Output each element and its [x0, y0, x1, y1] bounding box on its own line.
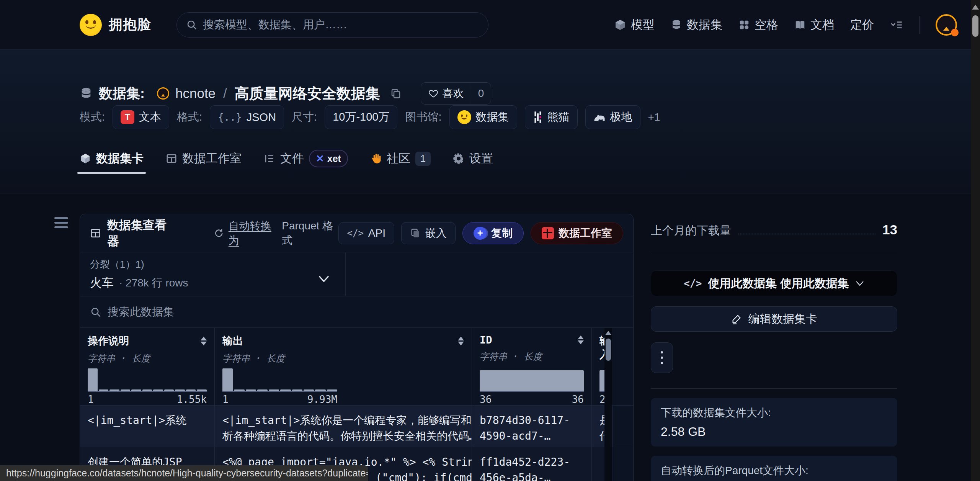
- huggingface-logo-icon[interactable]: [80, 14, 102, 36]
- cell-instruction[interactable]: <|im_start|>系统: [80, 406, 215, 447]
- like-button[interactable]: 喜欢 0: [421, 82, 492, 105]
- copy-name-icon[interactable]: [390, 88, 402, 99]
- dotted-leader: [738, 224, 875, 234]
- toc-hamburger-icon[interactable]: [54, 217, 68, 231]
- nav-more-menu[interactable]: [890, 19, 903, 31]
- owner-link[interactable]: hcnote: [175, 86, 216, 101]
- nav-item-datasets[interactable]: 数据集: [671, 17, 722, 33]
- nav-label: 空格: [755, 17, 778, 33]
- downloads-label: 上个月的下载量: [651, 223, 731, 239]
- dataset-header: 数据集: hcnote / 高质量网络安全数据集 喜欢 0 模式: T 文本 格…: [0, 50, 980, 193]
- nav-item-models[interactable]: 模型: [614, 17, 655, 33]
- more-options-button[interactable]: [651, 342, 673, 373]
- code-icon: </>: [684, 278, 702, 289]
- browser-link-preview: https://huggingface.co/datasets/hcnote/H…: [0, 465, 368, 481]
- huggingface-dataset-page: 拥抱脸 模型 数据集 空格 文档 定价: [0, 0, 980, 481]
- scrollbar-thumb[interactable]: [606, 339, 611, 361]
- dataset-search-input[interactable]: [108, 306, 623, 318]
- brand-name[interactable]: 拥抱脸: [109, 15, 151, 34]
- dataset-kind-label: 数据集:: [99, 84, 145, 103]
- tab-label: 社区: [387, 151, 410, 167]
- scroll-up-arrow[interactable]: [972, 5, 979, 10]
- more-libraries[interactable]: +1: [648, 111, 660, 123]
- data-table: 操作说明 字符串 · 长度 输出 字符串 · 长度 ID 字符串 · 长度 输入…: [80, 328, 633, 481]
- data-studio-button[interactable]: 数据工作室: [531, 222, 623, 244]
- sort-icon[interactable]: [458, 337, 464, 345]
- viewer-header: 数据集查看器 自动转换为 Parquet 格式 </> API 嵌入: [80, 214, 633, 252]
- tab-dataset-card[interactable]: 数据集卡: [80, 143, 144, 174]
- dataset-search[interactable]: [80, 296, 633, 328]
- global-search-input[interactable]: [203, 18, 479, 31]
- tab-settings[interactable]: 设置: [453, 143, 493, 174]
- column-header-id[interactable]: ID 字符串 · 长度: [472, 328, 592, 366]
- table-icon: [166, 153, 177, 164]
- chip-label: 10万-100万: [333, 110, 389, 125]
- sort-icon[interactable]: [578, 335, 584, 344]
- chevron-down-icon: [318, 275, 330, 283]
- scrollbar-thumb[interactable]: [972, 15, 978, 37]
- nav-links: 模型 数据集 空格 文档 定价: [614, 14, 957, 36]
- cell-id[interactable]: ff1da452-d223-456e-a5da-…: [472, 447, 592, 481]
- column-header-output[interactable]: 输出 字符串 · 长度: [215, 328, 472, 366]
- dataset-name[interactable]: 高质量网络安全数据集: [235, 84, 380, 103]
- tab-data-studio[interactable]: 数据工作室: [166, 143, 242, 174]
- code-icon: </>: [347, 228, 364, 239]
- xet-badge: ✕ xet: [309, 150, 348, 167]
- tab-label: 文件: [280, 151, 304, 167]
- like-count[interactable]: 0: [471, 83, 491, 104]
- gear-icon: [453, 153, 464, 164]
- user-avatar[interactable]: [936, 14, 957, 36]
- modality-chip-text[interactable]: T 文本: [113, 105, 169, 129]
- library-chip-polars[interactable]: 极地: [585, 105, 640, 129]
- library-chip-pandas[interactable]: 熊猫: [525, 105, 578, 129]
- owner-avatar[interactable]: [157, 87, 169, 100]
- embed-copy-icon: [410, 228, 421, 239]
- nav-item-spaces[interactable]: 空格: [738, 17, 778, 33]
- table-row[interactable]: <|im_start|>系统 <|im_start|>系统你是一个编程专家，能够…: [80, 406, 633, 447]
- auto-convert-link[interactable]: 自动转换为 Parquet 格式: [214, 219, 338, 248]
- histogram-instruction: 11.55k: [80, 366, 215, 405]
- split-selector[interactable]: 分裂（1）1) 火车 · 278k 行 rows: [80, 252, 346, 296]
- tab-community[interactable]: 社区 1: [370, 143, 431, 174]
- scroll-up-arrow[interactable]: [605, 331, 611, 335]
- table-icon: [90, 227, 101, 239]
- histogram-output: 19.93M: [215, 366, 472, 405]
- chip-label: 极地: [610, 110, 632, 125]
- library-chip-datasets[interactable]: 数据集: [449, 105, 517, 129]
- sort-icon[interactable]: [201, 337, 207, 345]
- database-icon: [671, 19, 682, 31]
- table-gutter: [613, 366, 634, 405]
- embed-button[interactable]: 嵌入: [401, 222, 456, 244]
- main-content: 数据集查看器 自动转换为 Parquet 格式 </> API 嵌入: [0, 193, 980, 481]
- stat-downloaded-size: 下载的数据集文件大小: 2.58 GB: [651, 398, 897, 447]
- table-gutter: [613, 447, 634, 481]
- right-sidebar: 上个月的下载量 13 </> 使用此数据集 使用此数据集 编辑数据集卡 下载的数…: [651, 222, 897, 481]
- use-dataset-button[interactable]: </> 使用此数据集 使用此数据集: [651, 270, 897, 296]
- column-header-instruction[interactable]: 操作说明 字符串 · 长度: [80, 328, 215, 366]
- nav-separator: [919, 16, 920, 34]
- nav-item-docs[interactable]: 文档: [794, 17, 834, 33]
- tab-files[interactable]: 文件 ✕ xet: [264, 143, 348, 174]
- size-chip[interactable]: 10万-100万: [325, 105, 397, 129]
- edit-dataset-card-button[interactable]: 编辑数据集卡: [651, 306, 897, 332]
- duplicate-button[interactable]: + 复制: [462, 222, 524, 244]
- text-modality-icon: T: [121, 110, 134, 124]
- page-scrollbar[interactable]: [971, 0, 980, 481]
- size-label: 尺寸:: [292, 110, 317, 125]
- table-gutter: [613, 328, 634, 366]
- divider: [651, 254, 897, 254]
- path-separator: /: [223, 86, 227, 101]
- nav-item-pricing[interactable]: 定价: [850, 17, 874, 33]
- global-search[interactable]: [176, 12, 488, 38]
- file-list-icon: [264, 153, 275, 164]
- api-button[interactable]: </> API: [338, 222, 395, 244]
- split-row: 分裂（1）1) 火车 · 278k 行 rows: [80, 252, 633, 296]
- cell-output[interactable]: <|im_start|>系统你是一个编程专家，能够编写和分析各种编程语言的代码。…: [215, 406, 472, 447]
- cell-id[interactable]: b7874d30-6117-4590-acd7-…: [472, 406, 592, 447]
- pencil-icon: [731, 313, 742, 325]
- metadata-row: 模式: T 文本 格式: {..} JSON 尺寸: 10万-100万 图书馆:…: [80, 105, 980, 129]
- community-count-badge: 1: [415, 152, 431, 166]
- format-chip-json[interactable]: {..} JSON: [210, 105, 284, 129]
- column-histograms: 11.55k 19.93M 3636 2: [80, 366, 633, 406]
- table-scrollbar[interactable]: [604, 328, 612, 481]
